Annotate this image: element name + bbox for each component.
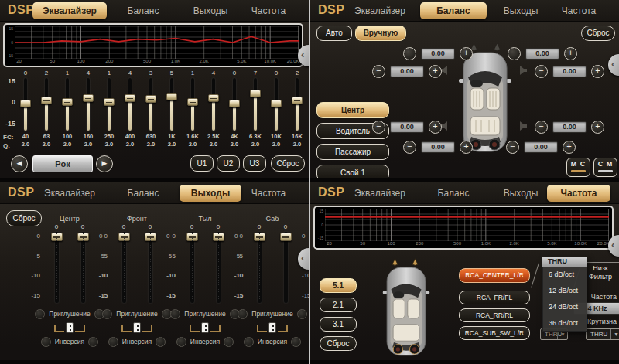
slider-thumb[interactable] bbox=[187, 98, 198, 106]
minus-button[interactable]: − bbox=[506, 141, 519, 154]
tab-balance[interactable]: Баланс bbox=[110, 185, 176, 202]
mute-right-checkbox[interactable] bbox=[297, 309, 307, 319]
memory-u1-button[interactable]: U1 bbox=[190, 155, 214, 172]
dropdown-option-12db[interactable]: 12 dB/oct bbox=[549, 287, 587, 294]
eq-band-slider[interactable] bbox=[229, 78, 240, 131]
eq-band-slider[interactable] bbox=[104, 78, 115, 131]
slider-thumb[interactable] bbox=[51, 233, 63, 241]
slider-thumb[interactable] bbox=[254, 233, 265, 241]
slider-thumb[interactable] bbox=[145, 233, 156, 241]
slider-thumb[interactable] bbox=[145, 95, 156, 103]
eq-band-slider[interactable] bbox=[187, 78, 198, 131]
tab-equalizer[interactable]: Эквалайзер bbox=[343, 2, 417, 19]
slider-thumb[interactable] bbox=[83, 94, 94, 102]
slider-track[interactable] bbox=[284, 232, 288, 303]
tab-outputs[interactable]: Выходы bbox=[490, 2, 552, 19]
eq-band-slider[interactable] bbox=[250, 78, 261, 131]
link-channels-toggle[interactable] bbox=[188, 321, 222, 335]
slider-track[interactable] bbox=[190, 232, 194, 303]
invert-left-checkbox[interactable] bbox=[244, 337, 254, 347]
position-center-button[interactable]: Центр bbox=[316, 102, 389, 118]
eq-band-slider[interactable] bbox=[20, 78, 31, 131]
slider-thumb[interactable] bbox=[62, 98, 73, 106]
dropdown-selected-item[interactable]: THRU bbox=[542, 257, 587, 267]
cm-mode-button[interactable]: C M bbox=[593, 158, 617, 177]
minus-button[interactable]: − bbox=[535, 65, 548, 78]
tab-frequency[interactable]: Частота bbox=[547, 2, 610, 19]
tab-balance[interactable]: Баланс bbox=[110, 2, 176, 19]
mute-left-checkbox[interactable] bbox=[102, 309, 112, 319]
minus-button[interactable]: − bbox=[403, 47, 416, 60]
slider-thumb[interactable] bbox=[186, 233, 198, 241]
rca-center-button[interactable]: RCA_CENTER_L/R bbox=[459, 268, 530, 283]
preset-prev-button[interactable]: ◀ bbox=[11, 155, 28, 172]
tab-equalizer[interactable]: Эквалайзер bbox=[343, 185, 417, 202]
eq-band-slider[interactable] bbox=[166, 78, 177, 131]
eq-band-slider[interactable] bbox=[208, 78, 219, 131]
slider-thumb[interactable] bbox=[118, 233, 130, 241]
tab-frequency[interactable]: Частота bbox=[547, 185, 610, 202]
tab-outputs[interactable]: Выходы bbox=[180, 185, 241, 202]
minus-button[interactable]: − bbox=[403, 141, 416, 154]
invert-left-checkbox[interactable] bbox=[176, 337, 186, 347]
auto-button[interactable]: Авто bbox=[316, 26, 352, 41]
slider-thumb[interactable] bbox=[292, 97, 303, 104]
tab-equalizer[interactable]: Эквалайзер bbox=[32, 2, 107, 19]
invert-left-checkbox[interactable] bbox=[41, 337, 51, 347]
tab-balance[interactable]: Баланс bbox=[420, 185, 487, 202]
link-channels-toggle[interactable] bbox=[255, 321, 289, 335]
preset-next-button[interactable]: ▶ bbox=[96, 155, 113, 172]
outputs-reset-button[interactable]: Сброс bbox=[6, 210, 42, 226]
lpf-slope-select[interactable]: THRU▼ bbox=[586, 328, 619, 340]
slider-track[interactable] bbox=[55, 232, 59, 303]
mode-5-1-button[interactable]: 5.1 bbox=[320, 278, 357, 293]
preset-display[interactable]: Рок bbox=[32, 155, 93, 172]
minus-button[interactable]: − bbox=[372, 65, 385, 78]
tab-outputs[interactable]: Выходы bbox=[180, 2, 241, 19]
balance-reset-button[interactable]: Сброс bbox=[581, 26, 615, 41]
slider-thumb[interactable] bbox=[208, 94, 219, 102]
slider-thumb[interactable] bbox=[250, 90, 261, 97]
slider-track[interactable] bbox=[149, 232, 152, 303]
rca-front-button[interactable]: RCA_FR/FL bbox=[459, 291, 530, 304]
rca-rear-button[interactable]: RCA_RR/RL bbox=[459, 308, 530, 322]
tab-frequency[interactable]: Частота bbox=[237, 2, 300, 19]
minus-button[interactable]: − bbox=[535, 121, 548, 134]
memory-u2-button[interactable]: U2 bbox=[217, 155, 240, 172]
mute-left-checkbox[interactable] bbox=[238, 309, 248, 319]
dropdown-option-36db[interactable]: 36 dB/oct bbox=[549, 319, 587, 327]
position-passenger-button[interactable]: Пассажир bbox=[316, 144, 389, 160]
slider-thumb[interactable] bbox=[41, 97, 52, 104]
mode-3-1-button[interactable]: 3.1 bbox=[320, 317, 357, 332]
minus-button[interactable]: − bbox=[372, 121, 385, 134]
freq-reset-button[interactable]: Сброс bbox=[320, 336, 357, 351]
slider-track[interactable] bbox=[81, 232, 85, 303]
dropdown-option-6db[interactable]: 6 dB/oct bbox=[549, 270, 587, 278]
plus-button[interactable]: + bbox=[429, 65, 442, 78]
mc-mode-button[interactable]: M C bbox=[566, 158, 590, 177]
slide-out-handle[interactable]: ‹ bbox=[608, 54, 619, 76]
eq-reset-button[interactable]: Сброс bbox=[271, 155, 305, 172]
tab-frequency[interactable]: Частота bbox=[237, 185, 300, 202]
minus-button[interactable]: − bbox=[508, 47, 521, 60]
plus-button[interactable]: + bbox=[563, 141, 576, 154]
eq-band-slider[interactable] bbox=[292, 78, 303, 131]
lpf-tab[interactable]: НизкФильтр bbox=[583, 264, 618, 281]
plus-button[interactable]: + bbox=[460, 47, 473, 60]
memory-u3-button[interactable]: U3 bbox=[243, 155, 266, 172]
slider-thumb[interactable] bbox=[271, 100, 282, 107]
rca-sub-button[interactable]: RCA_SUB_SW_L/R bbox=[459, 326, 530, 340]
mute-left-checkbox[interactable] bbox=[35, 309, 45, 319]
slider-track[interactable] bbox=[217, 232, 221, 303]
eq-band-slider[interactable] bbox=[41, 78, 52, 131]
manual-button[interactable]: Вручную bbox=[355, 26, 406, 41]
eq-band-slider[interactable] bbox=[83, 78, 94, 131]
dropdown-option-24db[interactable]: 24 dB/oct bbox=[549, 303, 587, 311]
slider-thumb[interactable] bbox=[77, 233, 89, 241]
eq-band-slider[interactable] bbox=[145, 78, 156, 131]
link-channels-toggle[interactable] bbox=[120, 321, 154, 335]
invert-right-checkbox[interactable] bbox=[291, 337, 301, 347]
tab-outputs[interactable]: Выходы bbox=[490, 185, 552, 202]
eq-band-slider[interactable] bbox=[62, 78, 73, 131]
tab-balance[interactable]: Баланс bbox=[420, 2, 487, 19]
